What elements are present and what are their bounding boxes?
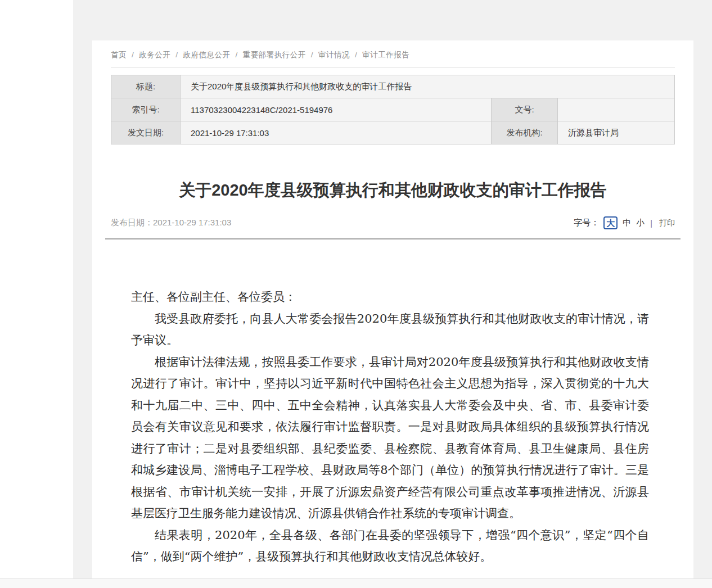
meta-row-index: 索引号: 11370323004223148C/2021-5194976 文号: bbox=[111, 98, 675, 121]
meta-issue-date-value: 2021-10-29 17:31:03 bbox=[181, 121, 492, 144]
publish-date: 发布日期：2021-10-29 17:31:03 bbox=[111, 218, 231, 228]
article-paragraph: 主任、各位副主任、各位委员： bbox=[131, 286, 649, 308]
article-body: 主任、各位副主任、各位委员： 我受县政府委托，向县人大常委会报告2020年度县级… bbox=[111, 286, 675, 568]
font-size-caption: 字号： bbox=[574, 218, 599, 228]
document-meta-table: 标题: 关于2020年度县级预算执行和其他财政收支的审计工作报告 索引号: 11… bbox=[111, 75, 675, 144]
breadcrumb-separator: / bbox=[236, 51, 238, 59]
page-title: 关于2020年度县级预算执行和其他财政收支的审计工作报告 bbox=[105, 180, 681, 200]
meta-doc-number-label: 文号: bbox=[492, 98, 558, 121]
breadcrumb-item-home[interactable]: 首页 bbox=[111, 51, 127, 59]
breadcrumb-item-key-deployment[interactable]: 重要部署执行公开 bbox=[243, 51, 306, 59]
meta-agency-value: 沂源县审计局 bbox=[558, 121, 675, 144]
breadcrumb: 首页/政务公开/政府信息公开/重要部署执行公开/审计情况/审计工作报告 bbox=[111, 51, 675, 60]
font-size-controls: 字号： 大 中 小 | 打印 bbox=[574, 216, 675, 229]
controls-separator: | bbox=[650, 219, 652, 228]
publish-date-label: 发布日期： bbox=[111, 218, 153, 227]
meta-index-value: 11370323004223148C/2021-5194976 bbox=[181, 98, 492, 121]
meta-issue-date-label: 发文日期: bbox=[111, 121, 181, 144]
font-size-medium-button[interactable]: 中 bbox=[623, 218, 631, 228]
breadcrumb-separator: / bbox=[132, 51, 134, 59]
article-divider bbox=[105, 238, 681, 239]
breadcrumb-item-government-info[interactable]: 政府信息公开 bbox=[183, 51, 231, 59]
article-paragraph: 我受县政府委托，向县人大常委会报告2020年度县级预算执行和其他财政收支的审计情… bbox=[131, 308, 649, 351]
meta-agency-label: 发布机构: bbox=[492, 121, 558, 144]
font-size-large-button[interactable]: 大 bbox=[603, 216, 618, 229]
publish-info-row: 发布日期：2021-10-29 17:31:03 字号： 大 中 小 | 打印 bbox=[111, 216, 675, 229]
page-footer-strip bbox=[0, 578, 712, 588]
print-button[interactable]: 打印 bbox=[659, 218, 675, 228]
article-paragraph: 结果表明，2020年，全县各级、各部门在县委的坚强领导下，增强“四个意识”，坚定… bbox=[131, 524, 649, 568]
meta-row-title: 标题: 关于2020年度县级预算执行和其他财政收支的审计工作报告 bbox=[111, 75, 675, 98]
meta-title-label: 标题: bbox=[111, 75, 181, 98]
meta-row-date: 发文日期: 2021-10-29 17:31:03 发布机构: 沂源县审计局 bbox=[111, 121, 675, 144]
breadcrumb-separator: / bbox=[311, 51, 313, 59]
page-left-margin bbox=[0, 0, 73, 578]
breadcrumb-item-government-affairs[interactable]: 政务公开 bbox=[139, 51, 170, 59]
breadcrumb-item-audit-report[interactable]: 审计工作报告 bbox=[362, 51, 409, 59]
font-size-small-button[interactable]: 小 bbox=[636, 218, 645, 228]
publish-date-value: 2021-10-29 17:31:03 bbox=[153, 218, 231, 227]
breadcrumb-item-audit-status[interactable]: 审计情况 bbox=[318, 51, 350, 59]
meta-index-label: 索引号: bbox=[111, 98, 181, 121]
meta-doc-number-value bbox=[558, 98, 675, 121]
content-card: 首页/政务公开/政府信息公开/重要部署执行公开/审计情况/审计工作报告 标题: … bbox=[92, 40, 693, 578]
breadcrumb-separator: / bbox=[175, 51, 178, 59]
breadcrumb-separator: / bbox=[355, 51, 357, 59]
article-paragraph: 根据审计法律法规，按照县委工作要求，县审计局对2020年度县级预算执行和其他财政… bbox=[131, 351, 649, 524]
breadcrumb-divider bbox=[111, 67, 675, 68]
meta-title-value: 关于2020年度县级预算执行和其他财政收支的审计工作报告 bbox=[181, 75, 675, 98]
